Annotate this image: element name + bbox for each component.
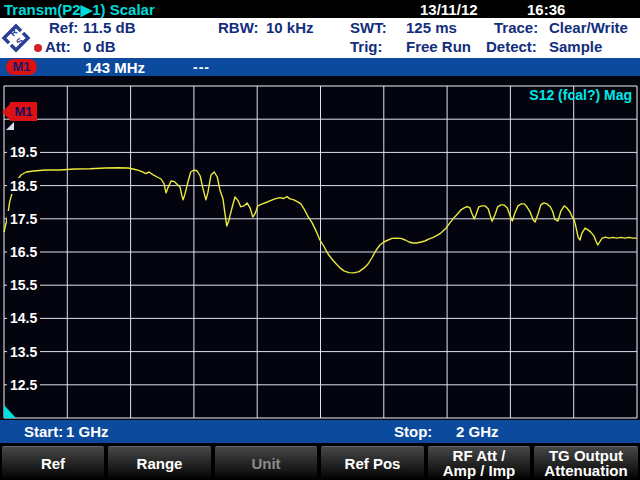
title-bar: Transm(P2▶1) Scalar 13/11/12 16:36 [0,0,640,18]
measurement-title: Transm(P2▶1) Scalar [4,1,155,19]
settings-header: R S Ref: 11.5 dB RBW: 10 kHz SWT: 125 ms… [0,18,640,58]
swt-label: SWT: [350,19,387,36]
detect-label: Detect: [486,38,537,55]
softkey-ref-pos[interactable]: Ref Pos [321,446,424,479]
trig-value: Free Run [406,38,471,55]
marker-position-icon [6,122,14,130]
stop-label: Stop: [394,423,432,440]
softkey-rf-att-amp-imp[interactable]: RF Att /Amp / Imp [428,446,530,479]
marker-readout-bar: M1 143 MHz --- [0,58,640,76]
trace-mode-value: Clear/Write [549,19,628,36]
marker-m1-flag[interactable]: M1 [2,102,37,121]
y-axis-label: 14.5 [7,310,40,326]
marker-m1-badge[interactable]: M1 [6,59,37,75]
softkey-ref[interactable]: Ref [2,446,104,479]
stop-value: 2 GHz [456,423,499,440]
trace-info-label: S12 (fcal?) Mag [529,87,632,103]
y-axis-label: 17.5 [7,211,40,227]
y-axis-label: 15.5 [7,277,40,293]
measurement-chart: 19.518.517.516.515.514.513.512.5 S12 (fc… [0,76,640,420]
softkey-unit: Unit [215,446,317,479]
softkey-tg-output-attenuation[interactable]: TG OutputAttenuation [534,446,638,479]
start-value: 1 GHz [66,423,109,440]
marker-value: --- [193,59,210,75]
y-axis-label: 18.5 [7,178,40,194]
y-axis-label: 12.5 [7,377,40,393]
softkey-range[interactable]: Range [108,446,211,479]
time-display: 16:36 [527,1,565,18]
corner-triangle-icon [4,405,16,418]
softkey-bar: Ref Range Unit Ref Pos RF Att /Amp / Imp… [0,443,640,480]
trace-mode-label: Trace: [494,19,538,36]
marker-flag-label: M1 [10,102,37,121]
att-value: 0 dB [83,38,116,55]
att-active-dot-icon [34,44,42,52]
marker-arrow-icon [2,104,10,120]
swt-value: 125 ms [406,19,457,36]
svg-text:S: S [14,36,25,47]
trig-label: Trig: [350,38,383,55]
rbw-value: 10 kHz [266,19,314,36]
date-display: 13/11/12 [420,1,478,18]
trace-plot [0,76,640,420]
att-label: Att: [45,38,71,55]
detect-value: Sample [549,38,602,55]
ref-label: Ref: [49,19,78,36]
marker-frequency: 143 MHz [85,59,145,76]
rs-logo-icon: R S [0,21,32,55]
ref-value: 11.5 dB [83,19,136,36]
start-label: Start: [24,423,63,440]
rbw-label: RBW: [218,19,259,36]
y-axis-label: 16.5 [7,244,40,260]
y-axis-label: 13.5 [7,344,40,360]
frequency-range-bar: Start: 1 GHz Stop: 2 GHz [0,420,640,443]
y-axis-label: 19.5 [7,144,40,160]
